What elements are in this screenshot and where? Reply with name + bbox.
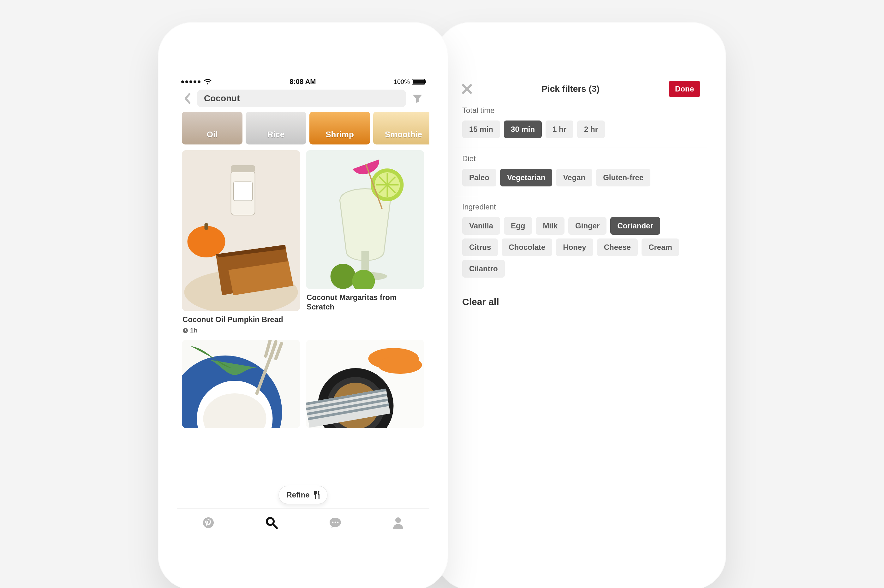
- filter-tag[interactable]: Cream: [642, 238, 679, 256]
- filter-tag[interactable]: Paleo: [462, 169, 496, 186]
- pin-title: Coconut Oil Pumpkin Bread: [182, 314, 300, 324]
- battery-icon: [412, 79, 425, 84]
- refine-button[interactable]: Refine: [278, 486, 328, 504]
- svg-point-44: [337, 522, 338, 523]
- svg-point-42: [332, 522, 334, 523]
- tab-bar: [177, 508, 429, 536]
- done-button[interactable]: Done: [669, 81, 700, 97]
- search-icon: [265, 516, 278, 530]
- suggestion-chip[interactable]: Rice: [246, 112, 306, 144]
- clock-icon: [182, 328, 188, 333]
- filter-button[interactable]: [410, 92, 424, 105]
- pin-card[interactable]: [182, 340, 300, 428]
- filter-tag[interactable]: Honey: [556, 238, 593, 256]
- signal-dots-icon: [181, 81, 200, 83]
- wifi-icon: [204, 78, 212, 85]
- status-time: 8:08 AM: [290, 78, 316, 86]
- filter-tag[interactable]: Coriander: [610, 217, 660, 235]
- filter-section-label: Total time: [462, 106, 700, 115]
- filter-tag[interactable]: Citrus: [462, 238, 498, 256]
- suggestion-chip[interactable]: Oil: [182, 112, 242, 144]
- filter-tag[interactable]: Gluten-free: [596, 169, 650, 186]
- pin-card[interactable]: Coconut Margaritas from Scratch: [306, 150, 424, 334]
- search-query: Coconut: [204, 93, 240, 104]
- person-icon: [392, 516, 404, 529]
- svg-point-43: [334, 522, 336, 523]
- search-input[interactable]: Coconut: [197, 90, 406, 107]
- tab-home[interactable]: [202, 516, 215, 529]
- filter-tag[interactable]: Vegan: [556, 169, 592, 186]
- pin-card[interactable]: Coconut Oil Pumpkin Bread 1h: [182, 150, 300, 334]
- fork-knife-icon: [314, 491, 321, 499]
- svg-point-2: [188, 226, 226, 257]
- filter-tag[interactable]: 2 hr: [577, 120, 605, 138]
- pin-image: [182, 340, 300, 428]
- back-button[interactable]: [182, 92, 192, 105]
- pin-card[interactable]: [306, 340, 424, 428]
- filter-tag[interactable]: Ginger: [568, 217, 606, 235]
- svg-line-41: [273, 524, 277, 528]
- funnel-icon: [412, 94, 423, 103]
- tab-profile[interactable]: [392, 516, 404, 529]
- suggestion-chips: Oil Rice Shrimp Smoothie: [177, 112, 429, 147]
- close-icon: [462, 84, 472, 94]
- filter-tag[interactable]: Egg: [504, 217, 532, 235]
- tab-search[interactable]: [265, 516, 278, 530]
- svg-rect-5: [231, 165, 255, 172]
- filter-section: IngredientVanillaEggMilkGingerCorianderC…: [455, 196, 707, 287]
- suggestion-chip[interactable]: Smoothie: [373, 112, 429, 144]
- svg-point-39: [203, 518, 214, 528]
- filter-tag[interactable]: 15 min: [462, 120, 500, 138]
- refine-label: Refine: [286, 490, 310, 500]
- clear-all-button[interactable]: Clear all: [455, 287, 707, 317]
- filter-tag[interactable]: Vanilla: [462, 217, 500, 235]
- close-button[interactable]: [462, 84, 472, 94]
- results-grid: Coconut Oil Pumpkin Bread 1h: [177, 147, 429, 428]
- filter-section: DietPaleoVegetarianVeganGluten-free: [455, 148, 707, 196]
- pin-image: [306, 340, 424, 428]
- pin-image: [306, 150, 424, 289]
- filter-tag[interactable]: 1 hr: [546, 120, 573, 138]
- phone-search: 8:08 AM 100% Coconut Oi: [158, 22, 448, 588]
- tab-notifications[interactable]: [329, 517, 342, 529]
- filter-tag[interactable]: 30 min: [504, 120, 542, 138]
- filter-tag[interactable]: Chocolate: [502, 238, 552, 256]
- suggestion-chip[interactable]: Shrimp: [310, 112, 370, 144]
- pin-image: [182, 150, 300, 311]
- filter-section-label: Ingredient: [462, 202, 700, 212]
- svg-point-45: [395, 518, 401, 523]
- filters-title: Pick filters (3): [541, 84, 600, 94]
- svg-point-18: [331, 264, 356, 289]
- status-battery: 100%: [394, 78, 410, 86]
- status-bar: 8:08 AM 100%: [177, 76, 429, 88]
- filter-section: Total time15 min30 min1 hr2 hr: [455, 104, 707, 148]
- pin-title: Coconut Margaritas from Scratch: [306, 291, 424, 312]
- svg-point-30: [378, 356, 422, 374]
- filter-section-label: Diet: [462, 154, 700, 163]
- filter-tag[interactable]: Vegetarian: [500, 169, 552, 186]
- filter-tag[interactable]: Cheese: [597, 238, 638, 256]
- filter-tag[interactable]: Milk: [536, 217, 564, 235]
- pinterest-icon: [202, 516, 215, 529]
- phone-filters: Pick filters (3) Done Total time15 min30…: [436, 22, 726, 588]
- svg-rect-6: [234, 182, 253, 201]
- filter-tag[interactable]: Cilantro: [462, 260, 505, 278]
- svg-rect-3: [204, 224, 208, 230]
- speech-bubble-icon: [329, 517, 342, 529]
- pin-time: 1h: [182, 327, 300, 334]
